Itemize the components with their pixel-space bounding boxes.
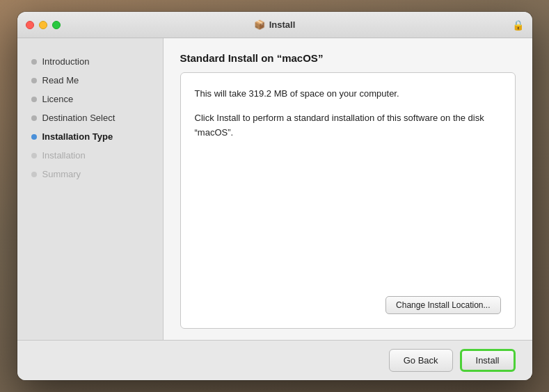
sidebar-item-installation: Installation: [17, 146, 163, 165]
bottom-bar: Go Back Install: [17, 340, 532, 380]
description-line-2: Click Install to perform a standard inst…: [195, 111, 501, 140]
sidebar-dot-destination: [31, 115, 37, 121]
main-panel: Standard Install on “macOS” This will ta…: [164, 38, 532, 340]
sidebar-item-summary: Summary: [17, 165, 163, 183]
sidebar-label-destination: Destination Select: [42, 113, 116, 123]
sidebar-dot-installation-type: [31, 134, 37, 140]
sidebar-label-introduction: Introduction: [42, 56, 90, 67]
titlebar: 📦 Install 🔒: [17, 12, 532, 38]
traffic-lights: [26, 21, 61, 29]
close-button[interactable]: [26, 21, 34, 29]
lock-icon: 🔒: [512, 19, 524, 31]
window-title: Install: [269, 19, 296, 30]
app-icon: 📦: [254, 19, 265, 31]
minimize-button[interactable]: [39, 21, 47, 29]
content-box: This will take 319.2 MB of space on your…: [180, 72, 516, 329]
sidebar-dot-installation: [31, 153, 37, 158]
content-text: This will take 319.2 MB of space on your…: [195, 87, 501, 140]
sidebar-label-installation: Installation: [42, 150, 86, 161]
titlebar-title: 📦 Install: [254, 19, 296, 31]
sidebar-label-installation-type: Installation Type: [42, 131, 113, 142]
sidebar-item-readme[interactable]: Read Me: [17, 71, 163, 90]
sidebar-item-installation-type[interactable]: Installation Type: [17, 127, 163, 146]
description-line-1: This will take 319.2 MB of space on your…: [195, 87, 501, 101]
install-button[interactable]: Install: [460, 349, 516, 372]
installer-window: 📦 Install 🔒 Introduction Read Me Licence…: [17, 12, 532, 380]
change-location-button[interactable]: Change Install Location...: [385, 296, 500, 314]
sidebar-label-licence: Licence: [42, 94, 74, 104]
sidebar-dot-licence: [31, 97, 37, 102]
sidebar-item-introduction[interactable]: Introduction: [17, 52, 163, 71]
sidebar-dot-readme: [31, 78, 37, 83]
panel-title: Standard Install on “macOS”: [180, 52, 516, 64]
sidebar-label-summary: Summary: [42, 169, 81, 179]
sidebar-item-destination[interactable]: Destination Select: [17, 108, 163, 127]
main-content: Introduction Read Me Licence Destination…: [17, 38, 532, 340]
sidebar: Introduction Read Me Licence Destination…: [17, 38, 164, 340]
sidebar-dot-summary: [31, 172, 37, 177]
maximize-button[interactable]: [52, 21, 61, 29]
sidebar-label-readme: Read Me: [42, 75, 79, 85]
sidebar-item-licence[interactable]: Licence: [17, 90, 163, 108]
sidebar-dot-introduction: [31, 59, 37, 65]
go-back-button[interactable]: Go Back: [389, 349, 453, 372]
